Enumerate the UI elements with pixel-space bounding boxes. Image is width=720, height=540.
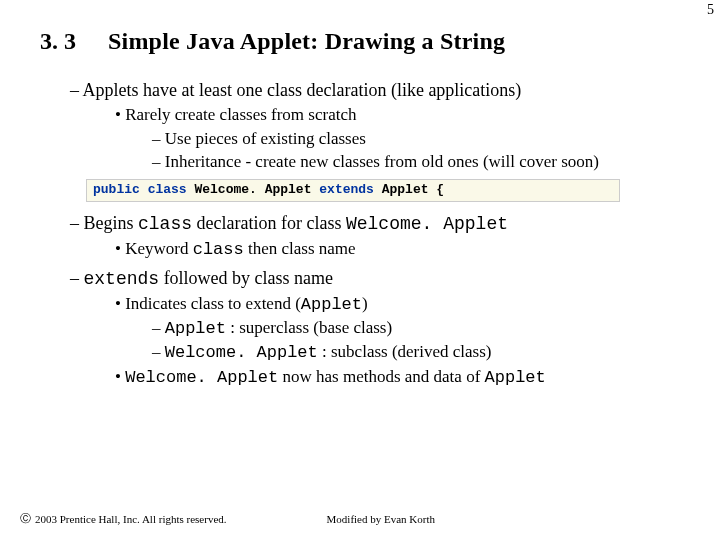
list-item: Applet : superclass (base class) [152,317,700,340]
list-item: Welcome. Applet : subclass (derived clas… [152,341,700,364]
text: Keyword [125,239,193,258]
footer-modified: Modified by Evan Korth [327,513,435,525]
slide-body: Applets have at least one class declarat… [0,55,720,389]
copyright-icon: Ⓒ [20,511,31,526]
list-item: Keyword class then class name [115,238,700,261]
code-text: Applet [485,368,546,387]
footer-copyright: 2003 Prentice Hall, Inc. All rights rese… [35,513,227,525]
code-snippet: public class Welcome. Applet extends App… [86,179,620,202]
list-item: Inheritance - create new classes from ol… [152,151,700,173]
code-text: Applet [301,295,362,314]
keyword: extends [319,182,374,197]
code-text: Welcome. Applet [346,214,508,234]
section-heading: 3. 3 Simple Java Applet: Drawing a Strin… [0,0,720,55]
code-text: Welcome. Applet [165,343,318,362]
keyword: public [93,182,140,197]
list-item: extends followed by class name [70,267,700,291]
code-text: class [138,214,192,234]
list-item: Welcome. Applet now has methods and data… [115,366,700,389]
text: declaration for class [192,213,346,233]
keyword: class [148,182,187,197]
text: : superclass (base class) [226,318,392,337]
list-item: Applets have at least one class declarat… [70,79,700,102]
text: then class name [244,239,356,258]
list-item: Use pieces of existing classes [152,128,700,150]
code-text: extends [84,269,160,289]
text: Begins [84,213,139,233]
code-text: class [193,240,244,259]
page-number: 5 [707,2,714,18]
list-item: Rarely create classes from scratch [115,104,700,126]
section-number: 3. 3 [40,28,76,55]
code-text: Welcome. Applet [194,182,311,197]
text: now has methods and data of [278,367,484,386]
code-text: Applet [165,319,226,338]
text: : subclass (derived class) [318,342,492,361]
section-title: Simple Java Applet: Drawing a String [108,28,505,55]
text: ) [362,294,368,313]
text: followed by class name [159,268,333,288]
code-text: Welcome. Applet [125,368,278,387]
text: Indicates class to extend ( [125,294,301,313]
list-item: Begins class declaration for class Welco… [70,212,700,236]
list-item: Indicates class to extend (Applet) [115,293,700,316]
code-text: Applet { [382,182,444,197]
footer: Ⓒ 2003 Prentice Hall, Inc. All rights re… [20,511,435,526]
